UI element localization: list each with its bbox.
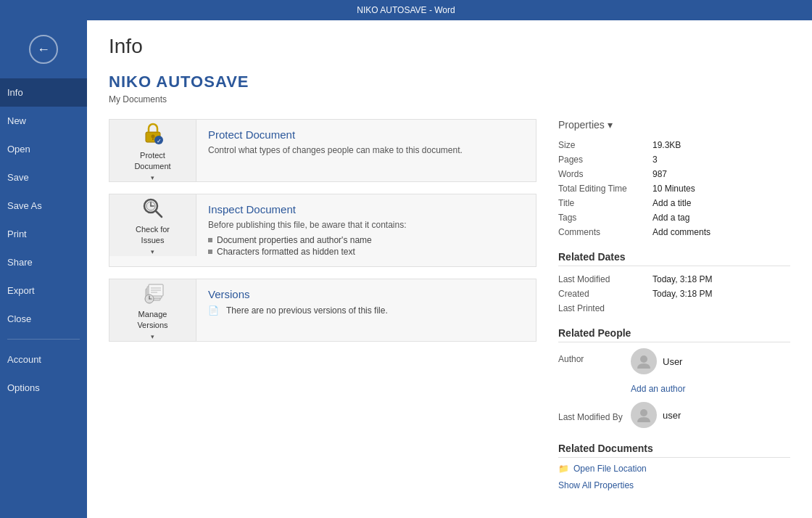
sidebar-label-close: Close [7,313,31,324]
page-title: Info [109,35,790,58]
list-item: Document properties and author's name [208,234,524,246]
svg-line-6 [156,211,162,217]
svg-point-19 [640,355,647,363]
document-title: NIKO AUTOSAVE [109,73,790,91]
list-item: Characters formatted as hidden text [208,246,524,258]
sidebar-label-info: Info [7,87,23,98]
prop-row-pages: Pages 3 [558,152,790,167]
date-value-printed [652,301,790,316]
prop-label-comments: Comments [558,225,652,239]
date-label-printed: Last Printed [558,301,652,316]
back-icon: ← [37,42,50,57]
date-value-modified: Today, 3:18 PM [652,272,790,287]
author-info: User [631,348,682,379]
prop-row-title: Title Add a title [558,196,790,210]
main-content: Info NIKO AUTOSAVE My Documents [87,20,812,518]
sidebar-label-print: Print [7,229,27,239]
sidebar-item-new[interactable]: New [0,107,87,135]
date-value-created: Today, 3:18 PM [652,287,790,301]
sidebar-item-info[interactable]: Info [0,78,87,107]
protect-dropdown-arrow: ▾ [151,174,154,181]
last-modified-avatar-icon [635,406,652,424]
sidebar-label-options: Options [7,382,40,393]
author-name: User [663,356,682,367]
bullet-icon [208,238,212,242]
date-label-modified: Last Modified [558,272,652,287]
document-path: My Documents [109,94,790,104]
sidebar-label-open: Open [7,144,30,155]
check-issues-label: Check forIssues [136,224,170,245]
related-dates-header: Related Dates [558,251,790,266]
inspect-dropdown-arrow: ▾ [151,248,154,255]
title-bar: NIKO AUTOSAVE - Word [0,0,812,20]
prop-label-words: Words [558,167,652,181]
sidebar-divider [7,339,80,340]
sidebar-label-new: New [7,115,26,126]
check-issues-button[interactable]: Check forIssues ▾ [109,194,196,256]
inspect-panel-title: Inspect Document [208,203,524,215]
versions-list-text: There are no previous versions of this f… [226,305,388,316]
prop-value-size: 19.3KB [652,138,790,152]
author-label: Author [558,348,631,364]
manage-versions-label: ManageVersions [137,309,167,330]
properties-column: Properties ▾ Size 19.3KB Pages 3 Words [558,119,790,491]
last-modified-by-label: Last Modified By [558,412,631,422]
app-body: ← Info New Open Save Save As Print Share… [0,20,812,518]
manage-versions-button[interactable]: ManageVersions ▾ [109,279,196,341]
sidebar-item-account[interactable]: Account [0,345,87,374]
sidebar-item-export[interactable]: Export [0,276,87,305]
inspect-icon [140,195,166,221]
sidebar-item-share[interactable]: Share [0,248,87,276]
prop-value-comments[interactable]: Add comments [652,225,790,239]
sidebar-item-options[interactable]: Options [0,374,87,402]
add-author-container: Add an author [631,382,790,395]
prop-value-tags[interactable]: Add a tag [652,210,790,225]
protect-document-button[interactable]: ✓ ProtectDocument ▾ [109,120,196,181]
inspect-panel-list: Document properties and author's name Ch… [208,234,524,258]
properties-dropdown-arrow[interactable]: ▾ [608,119,613,131]
sidebar-label-account: Account [7,354,41,365]
date-row-printed: Last Printed [558,301,790,316]
related-documents-header: Related Documents [558,443,790,458]
list-item: 📄 There are no previous versions of this… [208,305,524,316]
related-people-header: Related People [558,327,790,342]
last-modified-person-row: user [631,402,681,428]
author-person-row: User [631,348,682,374]
versions-panel-list: 📄 There are no previous versions of this… [208,305,524,316]
versions-icon [140,280,166,306]
prop-value-title[interactable]: Add a title [652,196,790,210]
prop-label-tags: Tags [558,210,652,225]
sidebar-label-save: Save [7,172,29,183]
open-file-location-button[interactable]: 📁 Open File Location [558,464,790,474]
protect-icon-label: ProtectDocument [134,150,170,171]
protect-panel-text: Protect Document Control what types of c… [196,120,536,168]
author-row: Author User [558,348,790,379]
prop-row-size: Size 19.3KB [558,138,790,152]
back-button[interactable]: ← [29,35,58,64]
prop-row-editing-time: Total Editing Time 10 Minutes [558,181,790,196]
svg-point-1 [151,135,154,139]
content-row: ✓ ProtectDocument ▾ Protect Document Con… [109,119,790,491]
protect-panel-desc: Control what types of changes people can… [208,145,524,155]
sidebar-item-save[interactable]: Save [0,163,87,192]
date-label-created: Created [558,287,652,301]
versions-panel: ManageVersions ▾ Versions 📄 There are no… [109,279,536,342]
related-dates-table: Last Modified Today, 3:18 PM Created Tod… [558,272,790,316]
prop-label-size: Size [558,138,652,152]
svg-text:✓: ✓ [156,138,161,144]
add-author-link[interactable]: Add an author [631,384,685,394]
sidebar-item-save-as[interactable]: Save As [0,192,87,220]
prop-row-words: Words 987 [558,167,790,181]
sidebar-item-close[interactable]: Close [0,305,87,333]
show-all-properties-link[interactable]: Show All Properties [558,478,790,491]
inspect-panel-desc: Before publishing this file, be aware th… [208,220,524,230]
last-modified-by-name: user [663,410,681,421]
author-avatar [631,348,657,374]
inspect-panel: Check forIssues ▾ Inspect Document Befor… [109,194,536,267]
last-modified-by-row: Last Modified By user [558,402,790,432]
versions-bullet-icon: 📄 [208,305,219,316]
sidebar-item-print[interactable]: Print [0,220,87,248]
svg-point-20 [640,409,647,416]
sidebar-item-open[interactable]: Open [0,135,87,163]
properties-header: Properties ▾ [558,119,790,131]
